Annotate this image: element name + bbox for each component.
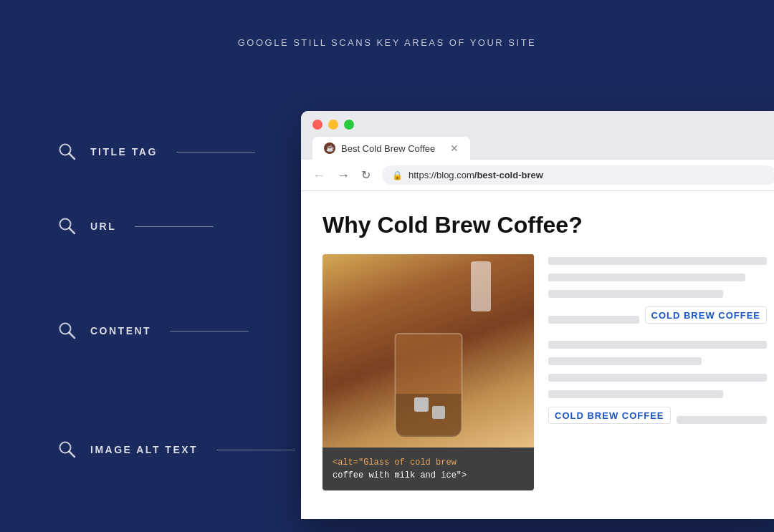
sidebar: TITLE TAG URL CONTENT IMAGE ALT TEXT (57, 115, 295, 487)
traffic-light-red[interactable] (312, 120, 322, 130)
image-alt-text-label: IMAGE ALT TEXT (90, 444, 198, 455)
url-path: /best-cold-brew (474, 170, 543, 180)
reload-button[interactable]: ↻ (361, 170, 371, 181)
tab-favicon: ☕ (324, 142, 335, 154)
browser-window: ☕ Best Cold Brew Coffee ✕ ← → ↻ 🔒 https:… (301, 111, 774, 519)
alt-text-bar: <alt="Glass of cold brew coffee with mil… (322, 448, 534, 490)
page-content: Why Cold Brew Coffee? <alt="Glass of col… (301, 191, 774, 519)
search-icon-title-tag (57, 142, 77, 162)
forward-button[interactable]: → (337, 169, 350, 182)
tab-bar: ☕ Best Cold Brew Coffee ✕ (312, 137, 774, 160)
tab-title: Best Cold Brew Coffee (341, 143, 444, 154)
text-line-8 (548, 390, 723, 398)
text-line-3 (548, 290, 723, 298)
sidebar-item-url: URL (57, 189, 295, 263)
title-tag-label: TITLE TAG (90, 146, 158, 158)
search-icon-content (57, 321, 77, 341)
text-line-5 (548, 341, 767, 349)
text-line-1 (548, 257, 767, 265)
tab-close-button[interactable]: ✕ (450, 143, 459, 153)
address-bar: ← → ↻ 🔒 https://blog.com/best-cold-brew (301, 160, 774, 191)
url-line (135, 226, 214, 227)
browser-tab-active[interactable]: ☕ Best Cold Brew Coffee ✕ (312, 137, 470, 160)
svg-line-1 (70, 154, 75, 160)
back-button[interactable]: ← (312, 169, 325, 182)
keyword-text-1: COLD BREW COFFEE (651, 310, 761, 321)
browser-chrome: ☕ Best Cold Brew Coffee ✕ (301, 111, 774, 160)
sidebar-item-title-tag: TITLE TAG (57, 115, 295, 189)
text-line-7 (548, 374, 767, 382)
coffee-image (322, 254, 534, 448)
traffic-light-green[interactable] (344, 120, 354, 130)
url-text: https://blog.com/best-cold-brew (408, 170, 543, 180)
traffic-light-yellow[interactable] (328, 120, 338, 130)
alt-text-code-line2: coffee with milk and ice"> (333, 470, 467, 480)
traffic-lights (312, 120, 774, 130)
url-domain: https://blog.com (408, 170, 474, 180)
coffee-image-container: <alt="Glass of cold brew coffee with mil… (322, 254, 534, 490)
alt-text-code-line1: <alt="Glass of cold brew (333, 458, 457, 468)
sidebar-item-content: CONTENT (57, 263, 295, 368)
search-icon-url (57, 216, 77, 236)
lock-icon: 🔒 (392, 170, 403, 180)
keyword-highlight-2: COLD BREW COFFEE (548, 407, 671, 424)
svg-line-5 (70, 333, 75, 339)
svg-line-7 (70, 452, 75, 458)
text-line-2 (548, 274, 745, 281)
content-label: CONTENT (90, 325, 151, 337)
keyword-row-2: COLD BREW COFFEE (548, 407, 767, 432)
page-header-title: GOOGLE STILL SCANS KEY AREAS OF YOUR SIT… (0, 0, 774, 48)
keyword-highlight-1: COLD BREW COFFEE (645, 306, 768, 324)
content-layout: <alt="Glass of cold brew coffee with mil… (322, 254, 767, 490)
page-heading: Why Cold Brew Coffee? (322, 211, 767, 238)
title-tag-line (176, 152, 255, 153)
right-content-lines: COLD BREW COFFEE COLD BREW COFFEE (548, 254, 767, 490)
keyword-row-1: COLD BREW COFFEE (548, 306, 767, 332)
url-label: URL (90, 221, 116, 232)
svg-line-3 (70, 228, 75, 234)
content-line-bar (170, 331, 249, 332)
image-alt-text-line (216, 450, 295, 450)
text-line-6 (548, 357, 702, 365)
keyword-text-2: COLD BREW COFFEE (555, 410, 664, 421)
sidebar-item-image-alt-text: IMAGE ALT TEXT (57, 368, 295, 487)
search-icon-image-alt (57, 440, 77, 460)
text-line-4 (548, 316, 639, 324)
text-line-9 (677, 416, 768, 424)
url-field[interactable]: 🔒 https://blog.com/best-cold-brew (382, 165, 774, 185)
